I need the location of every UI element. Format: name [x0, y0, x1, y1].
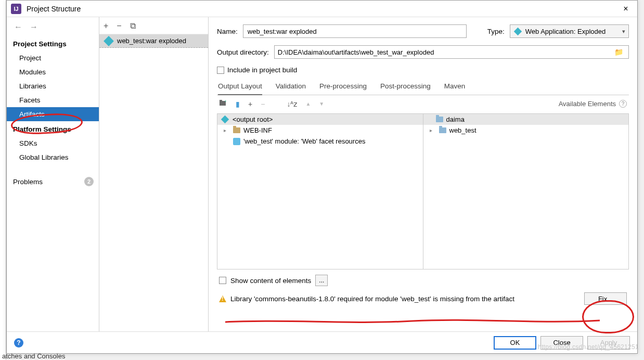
create-archive-icon[interactable]: ▮ [236, 100, 240, 108]
project-structure-dialog: IJ Project Structure × ← → Project Setti… [6, 0, 638, 354]
sort-icon[interactable]: ↓ᴬᴢ [287, 100, 297, 108]
window-title: Project Structure [27, 5, 619, 13]
type-label: Type: [487, 28, 505, 35]
name-row: Name: Type: Web Application: Exploded ▾ [217, 24, 629, 38]
output-dir-input[interactable]: D:\IDEA\daima\out\artifacts\web_test_war… [274, 45, 629, 59]
svg-text:+: + [224, 99, 227, 104]
webinf-label: WEB-INF [243, 126, 272, 134]
dialog-body: ← → Project Settings Project Modules Lib… [7, 17, 637, 331]
show-content-checkbox[interactable] [219, 277, 226, 284]
artifacts-toolbar: + − ⧉ [99, 17, 208, 34]
webinf-node[interactable]: ▸ WEB-INF [217, 125, 423, 136]
web-app-icon [514, 27, 522, 35]
sidebar-item-libraries[interactable]: Libraries [7, 79, 99, 93]
sidebar-item-project[interactable]: Project [7, 51, 99, 65]
sidebar-history-nav: ← → [7, 19, 99, 36]
background-ide-fragment [0, 0, 6, 360]
apply-button[interactable]: Apply [587, 336, 630, 350]
available-elements-label: Available Elements [559, 100, 616, 108]
name-input[interactable] [243, 24, 467, 38]
daima-label: daima [446, 115, 465, 123]
warning-row: Library 'commons-beanutils-1.8.0' requir… [217, 289, 629, 311]
chevron-down-icon: ▾ [622, 28, 625, 35]
svg-rect-1 [220, 100, 222, 101]
remove-artifact-icon[interactable]: − [117, 21, 121, 31]
type-value: Web Application: Exploded [525, 28, 606, 35]
tab-output-layout[interactable]: Output Layout [218, 79, 262, 95]
close-button[interactable]: Close [540, 336, 583, 350]
show-content-options-button[interactable]: ... [315, 275, 328, 286]
facet-resources-node[interactable]: 'web_test' module: 'Web' facet resources [217, 136, 423, 147]
move-down-icon[interactable]: ▼ [319, 101, 324, 107]
help-icon[interactable]: ? [619, 100, 627, 108]
show-content-row: Show content of elements ... [217, 269, 629, 289]
available-tree-body[interactable]: ▸ web_test [423, 125, 629, 269]
copy-artifact-icon[interactable]: ⧉ [130, 21, 136, 31]
folder-icon [233, 127, 240, 133]
project-settings-header: Project Settings [7, 36, 99, 51]
show-content-label: Show content of elements [230, 277, 311, 285]
tab-post-processing[interactable]: Post-processing [380, 79, 431, 95]
create-directory-icon[interactable]: + [219, 99, 227, 108]
name-label: Name: [217, 28, 238, 35]
sidebar-item-modules[interactable]: Modules [7, 65, 99, 79]
ok-button[interactable]: OK [494, 336, 536, 350]
tab-pre-processing[interactable]: Pre-processing [319, 79, 367, 95]
ide-bottom-fragment: atches and Consoles [2, 352, 65, 360]
close-icon[interactable]: × [619, 2, 633, 16]
browse-folder-icon[interactable]: 📁 [612, 48, 625, 56]
output-tree-body[interactable]: ▸ WEB-INF 'web_test' module: 'Web' facet… [217, 125, 423, 269]
problems-count-badge: 2 [84, 177, 94, 186]
webtest-label: web_test [449, 126, 476, 134]
output-root-label: <output root> [233, 115, 273, 123]
forward-arrow-icon[interactable]: → [30, 22, 38, 32]
dialog-help-icon[interactable]: ? [14, 338, 23, 348]
available-elements-header: Available Elements ? [559, 100, 627, 108]
module-folder-icon [439, 127, 446, 133]
include-in-build-row[interactable]: Include in project build [217, 66, 629, 74]
platform-settings-header: Platform Settings [7, 121, 99, 136]
output-root-row[interactable]: <output root> [217, 114, 423, 125]
artifact-icon [104, 36, 114, 46]
output-root-icon [221, 115, 229, 124]
artifact-tabs: Output Layout Validation Pre-processing … [217, 79, 629, 95]
sidebar-item-sdks[interactable]: SDKs [7, 136, 99, 150]
move-up-icon[interactable]: ▲ [305, 101, 311, 107]
webtest-module-node[interactable]: ▸ web_test [423, 125, 629, 136]
available-elements-tree: daima ▸ web_test [423, 114, 629, 269]
output-dir-value: D:\IDEA\daima\out\artifacts\web_test_war… [278, 48, 612, 56]
artifact-label: web_test:war exploded [117, 37, 186, 45]
artifact-details-panel: Name: Type: Web Application: Exploded ▾ … [209, 17, 637, 331]
sidebar-item-global-libraries[interactable]: Global Libraries [7, 150, 99, 164]
titlebar: IJ Project Structure × [7, 1, 637, 17]
output-root-tree: <output root> ▸ WEB-INF 'web_test' modul… [217, 114, 423, 269]
sidebar-item-facets[interactable]: Facets [7, 93, 99, 107]
output-layout-toolbar: + ▮ + − ↓ᴬᴢ ▲ ▼ Available Elements ? [217, 95, 629, 112]
sidebar-item-artifacts[interactable]: Artifacts [7, 107, 99, 121]
add-artifact-icon[interactable]: + [104, 21, 108, 31]
warning-text: Library 'commons-beanutils-1.8.0' requir… [230, 295, 514, 303]
expand-icon[interactable]: ▸ [430, 127, 436, 133]
add-copy-icon[interactable]: + [248, 100, 252, 108]
intellij-icon: IJ [11, 4, 21, 14]
project-folder-icon [436, 117, 443, 122]
back-arrow-icon[interactable]: ← [14, 22, 22, 32]
output-dir-row: Output directory: D:\IDEA\daima\out\arti… [217, 45, 629, 59]
dialog-button-bar: ? OK Close Apply [7, 331, 637, 353]
output-layout-split: <output root> ▸ WEB-INF 'web_test' modul… [217, 113, 629, 269]
include-label: Include in project build [227, 66, 297, 74]
include-checkbox[interactable] [217, 67, 224, 74]
web-facet-icon [233, 138, 240, 145]
type-select[interactable]: Web Application: Exploded ▾ [510, 24, 629, 38]
tab-validation[interactable]: Validation [276, 79, 306, 95]
problems-label: Problems [13, 178, 43, 186]
expand-icon[interactable]: ▸ [224, 127, 230, 133]
sidebar-nav-panel: ← → Project Settings Project Modules Lib… [7, 17, 99, 331]
sidebar-item-problems[interactable]: Problems 2 [7, 174, 99, 189]
available-root-row[interactable]: daima [423, 114, 629, 125]
artifact-list-item[interactable]: web_test:war exploded [99, 34, 208, 48]
tab-maven[interactable]: Maven [444, 79, 466, 95]
fix-button[interactable]: Fix... [584, 292, 627, 305]
remove-item-icon[interactable]: − [261, 100, 265, 108]
warning-icon [219, 295, 226, 302]
